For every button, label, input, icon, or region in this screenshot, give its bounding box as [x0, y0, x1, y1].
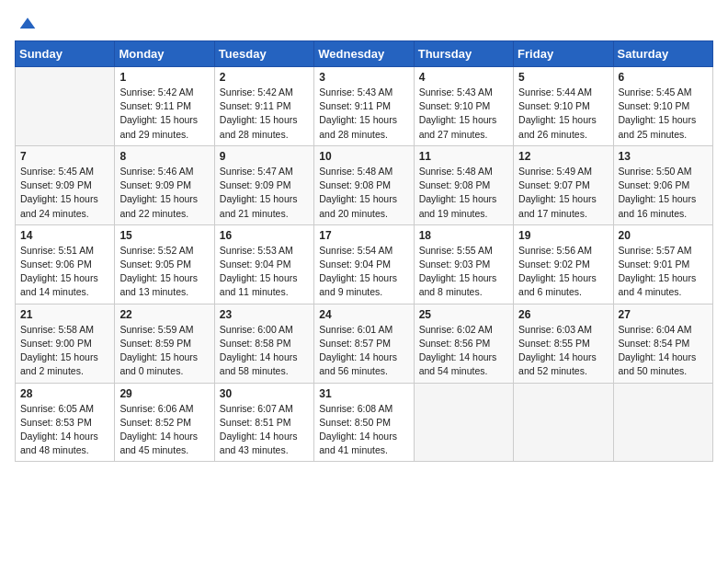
- day-number: 16: [220, 229, 309, 242]
- day-number: 18: [419, 229, 508, 242]
- calendar-cell: 1Sunrise: 5:42 AM Sunset: 9:11 PM Daylig…: [115, 67, 214, 146]
- day-info: Sunrise: 6:03 AM Sunset: 8:55 PM Dayligh…: [518, 323, 608, 379]
- calendar-cell: 13Sunrise: 5:50 AM Sunset: 9:06 PM Dayli…: [613, 145, 712, 224]
- day-info: Sunrise: 6:08 AM Sunset: 8:50 PM Dayligh…: [319, 402, 408, 458]
- day-info: Sunrise: 5:43 AM Sunset: 9:11 PM Dayligh…: [319, 86, 408, 142]
- day-info: Sunrise: 5:42 AM Sunset: 9:11 PM Dayligh…: [220, 86, 309, 142]
- week-row-2: 7Sunrise: 5:45 AM Sunset: 9:09 PM Daylig…: [16, 145, 713, 224]
- calendar-cell: 16Sunrise: 5:53 AM Sunset: 9:04 PM Dayli…: [214, 224, 313, 304]
- calendar-cell: 23Sunrise: 6:00 AM Sunset: 8:58 PM Dayli…: [214, 304, 313, 383]
- calendar-cell: 8Sunrise: 5:46 AM Sunset: 9:09 PM Daylig…: [115, 145, 214, 224]
- calendar-cell: [514, 383, 613, 462]
- day-info: Sunrise: 5:46 AM Sunset: 9:09 PM Dayligh…: [119, 165, 209, 221]
- day-number: 13: [619, 150, 708, 163]
- day-info: Sunrise: 5:53 AM Sunset: 9:04 PM Dayligh…: [220, 244, 309, 300]
- calendar-cell: 28Sunrise: 6:05 AM Sunset: 8:53 PM Dayli…: [16, 383, 115, 462]
- day-number: 2: [220, 71, 309, 84]
- day-number: 22: [119, 308, 209, 321]
- day-number: 15: [119, 229, 209, 242]
- calendar-cell: 20Sunrise: 5:57 AM Sunset: 9:01 PM Dayli…: [613, 224, 712, 304]
- calendar-cell: 24Sunrise: 6:01 AM Sunset: 8:57 PM Dayli…: [314, 304, 414, 383]
- calendar-cell: 12Sunrise: 5:49 AM Sunset: 9:07 PM Dayli…: [514, 145, 613, 224]
- calendar-cell: 7Sunrise: 5:45 AM Sunset: 9:09 PM Daylig…: [16, 145, 115, 224]
- calendar-cell: 15Sunrise: 5:52 AM Sunset: 9:05 PM Dayli…: [115, 224, 214, 304]
- calendar-cell: [414, 383, 513, 462]
- calendar-cell: 31Sunrise: 6:08 AM Sunset: 8:50 PM Dayli…: [314, 383, 414, 462]
- calendar-cell: 25Sunrise: 6:02 AM Sunset: 8:56 PM Dayli…: [414, 304, 513, 383]
- calendar-cell: 11Sunrise: 5:48 AM Sunset: 9:08 PM Dayli…: [414, 145, 513, 224]
- calendar-cell: 6Sunrise: 5:45 AM Sunset: 9:10 PM Daylig…: [613, 67, 712, 146]
- day-info: Sunrise: 5:54 AM Sunset: 9:04 PM Dayligh…: [319, 244, 408, 300]
- calendar-cell: 18Sunrise: 5:55 AM Sunset: 9:03 PM Dayli…: [414, 224, 513, 304]
- day-number: 29: [119, 387, 209, 400]
- day-info: Sunrise: 6:05 AM Sunset: 8:53 PM Dayligh…: [20, 402, 109, 458]
- calendar-cell: [16, 67, 115, 146]
- calendar-cell: 10Sunrise: 5:48 AM Sunset: 9:08 PM Dayli…: [314, 145, 414, 224]
- day-info: Sunrise: 5:51 AM Sunset: 9:06 PM Dayligh…: [20, 244, 109, 300]
- weekday-header-monday: Monday: [115, 41, 214, 67]
- day-number: 31: [319, 387, 408, 400]
- day-number: 7: [20, 150, 109, 163]
- day-info: Sunrise: 5:55 AM Sunset: 9:03 PM Dayligh…: [419, 244, 508, 300]
- calendar-cell: 17Sunrise: 5:54 AM Sunset: 9:04 PM Dayli…: [314, 224, 414, 304]
- weekday-header-wednesday: Wednesday: [314, 41, 414, 67]
- day-info: Sunrise: 5:48 AM Sunset: 9:08 PM Dayligh…: [319, 165, 408, 221]
- day-number: 17: [319, 229, 408, 242]
- day-info: Sunrise: 5:56 AM Sunset: 9:02 PM Dayligh…: [518, 244, 608, 300]
- day-number: 3: [319, 71, 408, 84]
- logo: [15, 15, 37, 33]
- weekday-header-saturday: Saturday: [613, 41, 712, 67]
- day-info: Sunrise: 5:58 AM Sunset: 9:00 PM Dayligh…: [20, 323, 109, 379]
- calendar-cell: 5Sunrise: 5:44 AM Sunset: 9:10 PM Daylig…: [514, 67, 613, 146]
- day-number: 21: [20, 308, 109, 321]
- calendar-cell: [613, 383, 712, 462]
- day-info: Sunrise: 6:01 AM Sunset: 8:57 PM Dayligh…: [319, 323, 408, 379]
- day-number: 4: [419, 71, 508, 84]
- page-header: [15, 15, 713, 33]
- calendar-cell: 19Sunrise: 5:56 AM Sunset: 9:02 PM Dayli…: [514, 224, 613, 304]
- day-info: Sunrise: 5:50 AM Sunset: 9:06 PM Dayligh…: [619, 165, 708, 221]
- day-info: Sunrise: 5:44 AM Sunset: 9:10 PM Dayligh…: [518, 86, 608, 142]
- day-info: Sunrise: 6:07 AM Sunset: 8:51 PM Dayligh…: [220, 402, 309, 458]
- day-info: Sunrise: 5:59 AM Sunset: 8:59 PM Dayligh…: [119, 323, 209, 379]
- day-number: 19: [518, 229, 608, 242]
- day-number: 11: [419, 150, 508, 163]
- day-number: 20: [619, 229, 708, 242]
- day-number: 30: [220, 387, 309, 400]
- calendar-table: SundayMondayTuesdayWednesdayThursdayFrid…: [15, 40, 713, 462]
- day-info: Sunrise: 6:04 AM Sunset: 8:54 PM Dayligh…: [619, 323, 708, 379]
- day-number: 9: [220, 150, 309, 163]
- day-number: 10: [319, 150, 408, 163]
- calendar-cell: 26Sunrise: 6:03 AM Sunset: 8:55 PM Dayli…: [514, 304, 613, 383]
- weekday-header-row: SundayMondayTuesdayWednesdayThursdayFrid…: [16, 41, 713, 67]
- day-number: 14: [20, 229, 109, 242]
- weekday-header-thursday: Thursday: [414, 41, 513, 67]
- day-number: 12: [518, 150, 608, 163]
- day-info: Sunrise: 6:02 AM Sunset: 8:56 PM Dayligh…: [419, 323, 508, 379]
- calendar-cell: 21Sunrise: 5:58 AM Sunset: 9:00 PM Dayli…: [16, 304, 115, 383]
- day-info: Sunrise: 5:49 AM Sunset: 9:07 PM Dayligh…: [518, 165, 608, 221]
- calendar-cell: 2Sunrise: 5:42 AM Sunset: 9:11 PM Daylig…: [214, 67, 313, 146]
- day-info: Sunrise: 5:45 AM Sunset: 9:10 PM Dayligh…: [619, 86, 708, 142]
- calendar-cell: 29Sunrise: 6:06 AM Sunset: 8:52 PM Dayli…: [115, 383, 214, 462]
- day-number: 27: [619, 308, 708, 321]
- day-number: 24: [319, 308, 408, 321]
- day-info: Sunrise: 5:52 AM Sunset: 9:05 PM Dayligh…: [119, 244, 209, 300]
- day-info: Sunrise: 5:42 AM Sunset: 9:11 PM Dayligh…: [119, 86, 209, 142]
- calendar-cell: 30Sunrise: 6:07 AM Sunset: 8:51 PM Dayli…: [214, 383, 313, 462]
- day-number: 25: [419, 308, 508, 321]
- calendar-cell: 14Sunrise: 5:51 AM Sunset: 9:06 PM Dayli…: [16, 224, 115, 304]
- day-info: Sunrise: 5:45 AM Sunset: 9:09 PM Dayligh…: [20, 165, 109, 221]
- day-info: Sunrise: 5:48 AM Sunset: 9:08 PM Dayligh…: [419, 165, 508, 221]
- week-row-1: 1Sunrise: 5:42 AM Sunset: 9:11 PM Daylig…: [16, 67, 713, 146]
- day-number: 6: [619, 71, 708, 84]
- day-info: Sunrise: 6:06 AM Sunset: 8:52 PM Dayligh…: [119, 402, 209, 458]
- day-info: Sunrise: 5:57 AM Sunset: 9:01 PM Dayligh…: [619, 244, 708, 300]
- day-number: 8: [119, 150, 209, 163]
- calendar-cell: 22Sunrise: 5:59 AM Sunset: 8:59 PM Dayli…: [115, 304, 214, 383]
- weekday-header-sunday: Sunday: [16, 41, 115, 67]
- weekday-header-tuesday: Tuesday: [214, 41, 313, 67]
- calendar-cell: 27Sunrise: 6:04 AM Sunset: 8:54 PM Dayli…: [613, 304, 712, 383]
- day-number: 26: [518, 308, 608, 321]
- day-info: Sunrise: 5:43 AM Sunset: 9:10 PM Dayligh…: [419, 86, 508, 142]
